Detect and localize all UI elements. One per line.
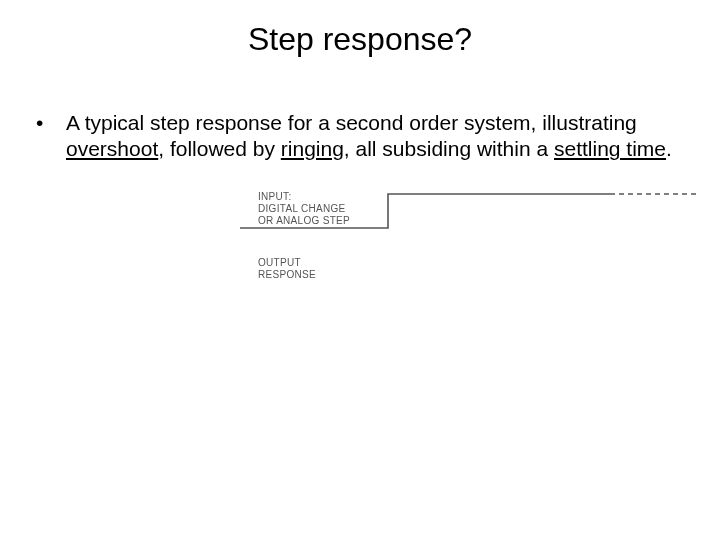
link-settling-time: settling time — [554, 137, 666, 160]
step-response-diagram: INPUT: DIGITAL CHANGE OR ANALOG STEP OUT… — [240, 186, 700, 386]
link-ringing: ringing — [281, 137, 344, 160]
diagram-label-input-3: OR ANALOG STEP — [258, 215, 350, 226]
bullet-item: • A typical step response for a second o… — [32, 110, 688, 163]
bullet-marker: • — [32, 110, 66, 136]
slide-title: Step response? — [0, 21, 720, 58]
slide-body: • A typical step response for a second o… — [32, 110, 688, 163]
diagram-label-input-1: INPUT: — [258, 191, 291, 202]
diagram-label-input-2: DIGITAL CHANGE — [258, 203, 346, 214]
bullet-text: A typical step response for a second ord… — [66, 110, 688, 163]
bullet-text-mid2: , all subsiding within a — [344, 137, 554, 160]
link-overshoot: overshoot — [66, 137, 158, 160]
slide: Step response? • A typical step response… — [0, 0, 720, 540]
diagram-label-output-1: OUTPUT — [258, 257, 301, 268]
diagram-label-output-2: RESPONSE — [258, 269, 316, 280]
bullet-text-post: . — [666, 137, 672, 160]
bullet-text-pre: A typical step response for a second ord… — [66, 111, 637, 134]
bullet-text-mid1: , followed by — [158, 137, 281, 160]
